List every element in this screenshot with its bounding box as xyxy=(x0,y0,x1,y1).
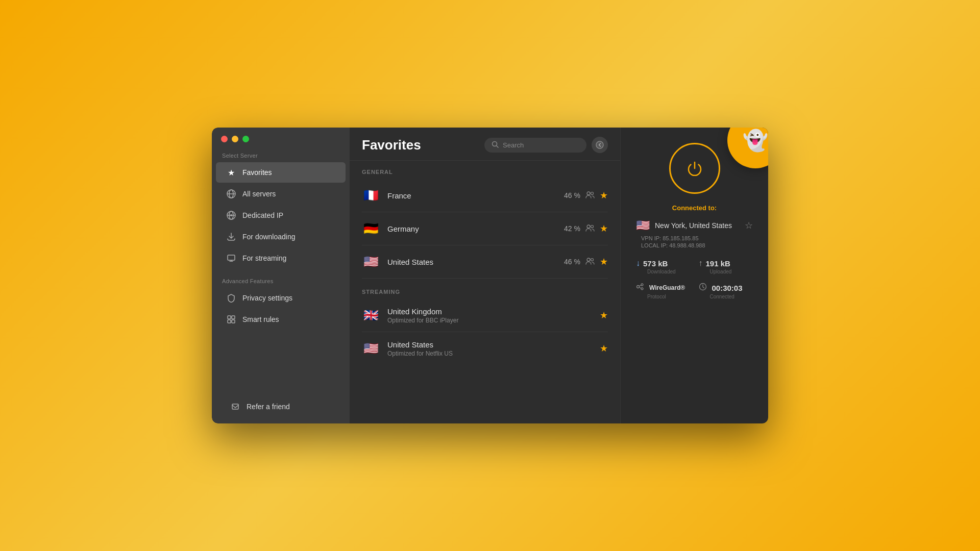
svg-point-19 xyxy=(591,192,594,194)
server-info-us-netflix: United States Optimized for Netflix US xyxy=(387,340,453,357)
stat-uploaded: ↑ 191 kB Uploaded xyxy=(699,259,753,274)
smart-rules-icon xyxy=(226,314,236,324)
main-header: Favorites xyxy=(350,128,620,161)
privacy-settings-icon xyxy=(226,293,236,303)
favorites-icon: ★ xyxy=(226,167,236,178)
clock-icon xyxy=(699,283,707,293)
svg-rect-10 xyxy=(228,316,231,319)
sidebar-item-favorites[interactable]: ★ Favorites xyxy=(216,162,346,183)
svg-point-23 xyxy=(591,258,594,261)
search-bar[interactable] xyxy=(484,138,586,153)
maximize-button[interactable] xyxy=(242,136,249,142)
connected-label: Connected to: xyxy=(672,204,717,212)
svg-rect-12 xyxy=(228,320,231,323)
server-name-uk: United Kingdom xyxy=(387,307,458,316)
us-general-load: 46 % xyxy=(564,258,580,266)
protocol-label: Protocol xyxy=(647,294,691,299)
server-meta-germany: 42 % ★ xyxy=(564,223,608,234)
ghost-icon: 👻 xyxy=(743,129,768,153)
sidebar-item-dedicated-ip[interactable]: Dedicated IP xyxy=(216,205,346,226)
users-icon-france xyxy=(585,191,595,200)
streaming-icon xyxy=(226,253,236,263)
titlebar xyxy=(212,128,350,147)
stat-time: 00:30:03 Connected xyxy=(699,283,753,299)
flag-germany: 🇩🇪 xyxy=(362,219,380,238)
flag-us-general: 🇺🇸 xyxy=(362,253,380,271)
uploaded-label: Uploaded xyxy=(710,269,753,274)
sidebar-item-privacy-settings-label: Privacy settings xyxy=(242,294,292,302)
server-name-us-netflix: United States xyxy=(387,340,453,349)
svg-rect-11 xyxy=(232,316,235,319)
sidebar-item-smart-rules[interactable]: Smart rules xyxy=(216,309,346,330)
download-arrow-icon: ↓ xyxy=(636,259,640,268)
protocol-value: WireGuard® xyxy=(649,284,685,291)
close-button[interactable] xyxy=(221,136,228,142)
local-ip: LOCAL IP: 48.988.48.988 xyxy=(631,242,758,248)
stats-grid: ↓ 573 kB Downloaded ↑ 191 kB Uploaded xyxy=(631,259,758,299)
svg-line-28 xyxy=(639,287,641,288)
connected-server-star[interactable]: ☆ xyxy=(745,220,753,231)
connected-server-flag: 🇺🇸 xyxy=(636,219,650,232)
sidebar-item-for-streaming-label: For streaming xyxy=(242,254,286,262)
select-server-label: Select Server xyxy=(212,147,350,162)
sidebar-item-for-downloading[interactable]: For downloading xyxy=(216,227,346,247)
svg-point-24 xyxy=(637,286,640,288)
power-button-inner xyxy=(679,153,710,184)
advanced-features-label: Advanced Features xyxy=(212,273,350,287)
sidebar-item-all-servers[interactable]: All servers xyxy=(216,184,346,204)
sidebar-item-dedicated-ip-label: Dedicated IP xyxy=(242,211,283,219)
svg-line-16 xyxy=(497,145,499,147)
app-window: 👻 Select Server ★ Favorites All servers xyxy=(212,128,768,423)
star-germany[interactable]: ★ xyxy=(600,223,608,234)
server-row-united-states-general[interactable]: 🇺🇸 United States 46 % ★ xyxy=(362,245,608,279)
users-icon-us-general xyxy=(585,258,595,266)
germany-load: 42 % xyxy=(564,224,580,233)
back-button[interactable] xyxy=(592,137,608,153)
star-france[interactable]: ★ xyxy=(600,190,608,201)
search-input[interactable] xyxy=(503,141,579,149)
svg-point-6 xyxy=(230,214,232,216)
section-header-streaming: STREAMING xyxy=(362,281,608,299)
server-sub-us-netflix: Optimized for Netflix US xyxy=(387,350,453,357)
flag-uk: 🇬🇧 xyxy=(362,306,380,324)
svg-rect-13 xyxy=(232,320,235,323)
time-value: 00:30:03 xyxy=(712,284,743,292)
minimize-button[interactable] xyxy=(232,136,238,142)
protocol-icon xyxy=(636,283,644,293)
all-servers-icon xyxy=(226,189,236,199)
star-us-general[interactable]: ★ xyxy=(600,256,608,267)
right-panel: Connected to: 🇺🇸 New York, United States… xyxy=(620,128,768,423)
server-name-france: France xyxy=(387,191,557,200)
server-meta-us-general: 46 % ★ xyxy=(564,256,608,267)
france-load: 46 % xyxy=(564,191,580,199)
svg-point-20 xyxy=(587,225,590,228)
dedicated-ip-icon xyxy=(226,210,236,220)
stat-downloaded: ↓ 573 kB Downloaded xyxy=(636,259,691,274)
search-icon xyxy=(492,141,499,149)
vpn-ip: VPN IP: 85.185.185.85 xyxy=(631,235,758,241)
server-meta-france: 46 % ★ xyxy=(564,190,608,201)
server-row-germany[interactable]: 🇩🇪 Germany 42 % ★ xyxy=(362,212,608,245)
sidebar-item-refer-friend-label: Refer a friend xyxy=(247,403,290,411)
server-row-us-netflix[interactable]: 🇺🇸 United States Optimized for Netflix U… xyxy=(362,332,608,365)
star-us-netflix[interactable]: ★ xyxy=(600,343,608,354)
svg-point-18 xyxy=(587,192,590,195)
server-list: GENERAL 🇫🇷 France 46 % ★ xyxy=(350,161,620,423)
power-button[interactable] xyxy=(669,143,720,194)
svg-point-25 xyxy=(641,284,643,286)
sidebar-item-refer-friend[interactable]: Refer a friend xyxy=(220,396,341,417)
connected-server-row: 🇺🇸 New York, United States ☆ xyxy=(631,219,758,232)
page-title: Favorites xyxy=(362,137,421,153)
server-row-france[interactable]: 🇫🇷 France 46 % ★ xyxy=(362,179,608,212)
sidebar-item-for-downloading-label: For downloading xyxy=(242,233,296,241)
sidebar: Select Server ★ Favorites All servers xyxy=(212,128,350,423)
svg-point-17 xyxy=(596,141,603,148)
star-uk[interactable]: ★ xyxy=(600,310,608,321)
sidebar-item-privacy-settings[interactable]: Privacy settings xyxy=(216,288,346,308)
server-row-uk-bbc[interactable]: 🇬🇧 United Kingdom Optimized for BBC iPla… xyxy=(362,299,608,332)
sidebar-item-for-streaming[interactable]: For streaming xyxy=(216,248,346,268)
server-meta-us-netflix: ★ xyxy=(600,343,608,354)
sidebar-item-favorites-label: Favorites xyxy=(242,168,272,177)
svg-point-21 xyxy=(591,225,594,228)
server-sub-uk: Optimized for BBC iPlayer xyxy=(387,317,458,324)
